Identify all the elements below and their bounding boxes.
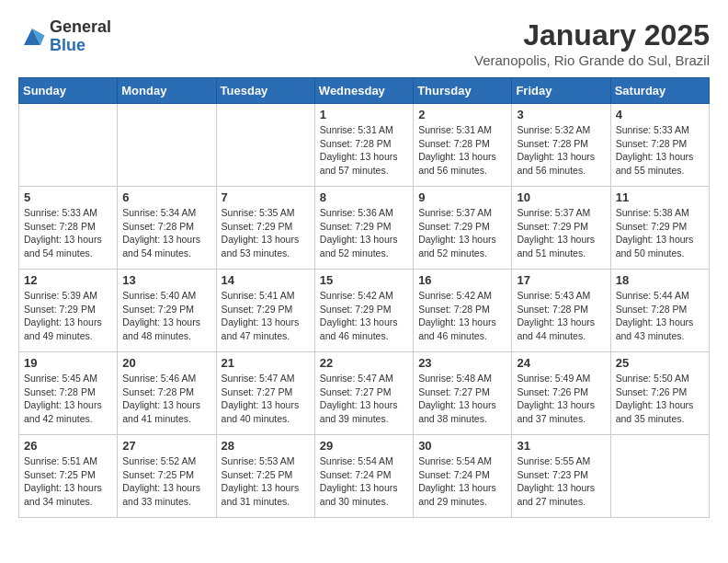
day-info: Sunrise: 5:38 AM Sunset: 7:29 PM Dayligh… — [616, 206, 704, 260]
day-number: 2 — [418, 108, 506, 121]
day-number: 15 — [320, 273, 408, 287]
day-number: 16 — [418, 273, 506, 287]
weekday-header-monday: Monday — [118, 78, 216, 104]
calendar-body: 1Sunrise: 5:31 AM Sunset: 7:28 PM Daylig… — [19, 104, 710, 518]
day-number: 22 — [320, 356, 408, 370]
day-info: Sunrise: 5:35 AM Sunset: 7:29 PM Dayligh… — [222, 206, 310, 260]
calendar-cell: 5Sunrise: 5:33 AM Sunset: 7:28 PM Daylig… — [19, 187, 118, 270]
calendar-cell: 18Sunrise: 5:44 AM Sunset: 7:28 PM Dayli… — [610, 270, 709, 352]
day-info: Sunrise: 5:42 AM Sunset: 7:28 PM Dayligh… — [418, 289, 506, 343]
day-info: Sunrise: 5:42 AM Sunset: 7:29 PM Dayligh… — [320, 289, 408, 343]
day-number: 8 — [320, 190, 408, 204]
day-number: 26 — [24, 439, 112, 453]
day-info: Sunrise: 5:45 AM Sunset: 7:28 PM Dayligh… — [24, 372, 112, 426]
day-info: Sunrise: 5:37 AM Sunset: 7:29 PM Dayligh… — [418, 206, 506, 260]
day-info: Sunrise: 5:53 AM Sunset: 7:25 PM Dayligh… — [222, 454, 310, 509]
calendar-cell: 22Sunrise: 5:47 AM Sunset: 7:27 PM Dayli… — [314, 352, 413, 435]
week-row-3: 12Sunrise: 5:39 AM Sunset: 7:29 PM Dayli… — [19, 270, 710, 352]
day-number: 3 — [517, 108, 605, 121]
day-info: Sunrise: 5:33 AM Sunset: 7:28 PM Dayligh… — [616, 123, 704, 178]
logo-blue: Blue — [50, 37, 111, 55]
calendar-header: SundayMondayTuesdayWednesdayThursdayFrid… — [19, 78, 710, 104]
day-number: 17 — [517, 273, 605, 287]
calendar-cell — [19, 104, 118, 187]
day-number: 7 — [222, 190, 310, 204]
day-number: 30 — [418, 439, 506, 453]
logo-icon — [18, 23, 46, 51]
calendar-cell — [118, 104, 216, 187]
day-number: 23 — [418, 356, 506, 370]
calendar-cell: 17Sunrise: 5:43 AM Sunset: 7:28 PM Dayli… — [512, 270, 610, 352]
day-number: 25 — [616, 356, 704, 370]
day-number: 24 — [517, 356, 605, 370]
day-number: 6 — [122, 190, 210, 204]
calendar-cell: 7Sunrise: 5:35 AM Sunset: 7:29 PM Daylig… — [216, 187, 314, 270]
calendar-cell: 31Sunrise: 5:55 AM Sunset: 7:23 PM Dayli… — [512, 435, 610, 518]
day-info: Sunrise: 5:49 AM Sunset: 7:26 PM Dayligh… — [517, 372, 605, 426]
day-number: 4 — [616, 108, 704, 121]
day-info: Sunrise: 5:54 AM Sunset: 7:24 PM Dayligh… — [418, 454, 506, 509]
calendar-cell: 19Sunrise: 5:45 AM Sunset: 7:28 PM Dayli… — [19, 352, 118, 435]
calendar-cell: 14Sunrise: 5:41 AM Sunset: 7:29 PM Dayli… — [216, 270, 314, 352]
calendar-cell: 15Sunrise: 5:42 AM Sunset: 7:29 PM Dayli… — [314, 270, 413, 352]
day-info: Sunrise: 5:46 AM Sunset: 7:28 PM Dayligh… — [122, 372, 210, 426]
page-header: General Blue January 2025 Veranopolis, R… — [18, 18, 710, 68]
calendar-cell: 13Sunrise: 5:40 AM Sunset: 7:29 PM Dayli… — [118, 270, 216, 352]
calendar-cell: 11Sunrise: 5:38 AM Sunset: 7:29 PM Dayli… — [610, 187, 709, 270]
calendar-subtitle: Veranopolis, Rio Grande do Sul, Brazil — [474, 52, 710, 68]
day-info: Sunrise: 5:44 AM Sunset: 7:28 PM Dayligh… — [616, 289, 704, 343]
day-number: 18 — [616, 273, 704, 287]
day-info: Sunrise: 5:39 AM Sunset: 7:29 PM Dayligh… — [24, 289, 112, 343]
calendar-cell: 27Sunrise: 5:52 AM Sunset: 7:25 PM Dayli… — [118, 435, 216, 518]
weekday-row: SundayMondayTuesdayWednesdayThursdayFrid… — [19, 78, 710, 104]
calendar-cell: 20Sunrise: 5:46 AM Sunset: 7:28 PM Dayli… — [118, 352, 216, 435]
day-info: Sunrise: 5:50 AM Sunset: 7:26 PM Dayligh… — [616, 372, 704, 426]
day-info: Sunrise: 5:36 AM Sunset: 7:29 PM Dayligh… — [320, 206, 408, 260]
day-info: Sunrise: 5:47 AM Sunset: 7:27 PM Dayligh… — [320, 372, 408, 426]
weekday-header-friday: Friday — [512, 78, 610, 104]
day-number: 10 — [517, 190, 605, 204]
week-row-4: 19Sunrise: 5:45 AM Sunset: 7:28 PM Dayli… — [19, 352, 710, 435]
day-info: Sunrise: 5:33 AM Sunset: 7:28 PM Dayligh… — [24, 206, 112, 260]
weekday-header-saturday: Saturday — [610, 78, 709, 104]
day-number: 31 — [517, 439, 605, 453]
day-number: 27 — [122, 439, 210, 453]
calendar-cell: 1Sunrise: 5:31 AM Sunset: 7:28 PM Daylig… — [314, 104, 413, 187]
day-info: Sunrise: 5:34 AM Sunset: 7:28 PM Dayligh… — [122, 206, 210, 260]
calendar-cell: 2Sunrise: 5:31 AM Sunset: 7:28 PM Daylig… — [414, 104, 512, 187]
calendar-cell — [610, 435, 709, 518]
calendar-cell: 16Sunrise: 5:42 AM Sunset: 7:28 PM Dayli… — [414, 270, 512, 352]
weekday-header-wednesday: Wednesday — [314, 78, 413, 104]
calendar-cell: 29Sunrise: 5:54 AM Sunset: 7:24 PM Dayli… — [314, 435, 413, 518]
calendar-cell: 10Sunrise: 5:37 AM Sunset: 7:29 PM Dayli… — [512, 187, 610, 270]
day-info: Sunrise: 5:37 AM Sunset: 7:29 PM Dayligh… — [517, 206, 605, 260]
day-number: 29 — [320, 439, 408, 453]
calendar-title: January 2025 — [474, 18, 710, 52]
day-info: Sunrise: 5:43 AM Sunset: 7:28 PM Dayligh… — [517, 289, 605, 343]
weekday-header-sunday: Sunday — [19, 78, 118, 104]
calendar-cell: 12Sunrise: 5:39 AM Sunset: 7:29 PM Dayli… — [19, 270, 118, 352]
calendar-cell: 24Sunrise: 5:49 AM Sunset: 7:26 PM Dayli… — [512, 352, 610, 435]
calendar-table: SundayMondayTuesdayWednesdayThursdayFrid… — [18, 77, 710, 518]
title-block: January 2025 Veranopolis, Rio Grande do … — [474, 18, 710, 68]
day-number: 13 — [122, 273, 210, 287]
calendar-cell: 3Sunrise: 5:32 AM Sunset: 7:28 PM Daylig… — [512, 104, 610, 187]
day-number: 1 — [320, 108, 408, 121]
week-row-1: 1Sunrise: 5:31 AM Sunset: 7:28 PM Daylig… — [19, 104, 710, 187]
day-info: Sunrise: 5:51 AM Sunset: 7:25 PM Dayligh… — [24, 454, 112, 509]
day-info: Sunrise: 5:52 AM Sunset: 7:25 PM Dayligh… — [122, 454, 210, 509]
day-number: 11 — [616, 190, 704, 204]
calendar-cell: 30Sunrise: 5:54 AM Sunset: 7:24 PM Dayli… — [414, 435, 512, 518]
day-number: 14 — [222, 273, 310, 287]
calendar-cell: 4Sunrise: 5:33 AM Sunset: 7:28 PM Daylig… — [610, 104, 709, 187]
day-info: Sunrise: 5:40 AM Sunset: 7:29 PM Dayligh… — [122, 289, 210, 343]
calendar-cell: 25Sunrise: 5:50 AM Sunset: 7:26 PM Dayli… — [610, 352, 709, 435]
day-info: Sunrise: 5:48 AM Sunset: 7:27 PM Dayligh… — [418, 372, 506, 426]
day-number: 19 — [24, 356, 112, 370]
day-number: 5 — [24, 190, 112, 204]
day-number: 21 — [222, 356, 310, 370]
logo: General Blue — [18, 18, 111, 55]
day-number: 20 — [122, 356, 210, 370]
day-info: Sunrise: 5:32 AM Sunset: 7:28 PM Dayligh… — [517, 123, 605, 178]
day-info: Sunrise: 5:31 AM Sunset: 7:28 PM Dayligh… — [418, 123, 506, 178]
